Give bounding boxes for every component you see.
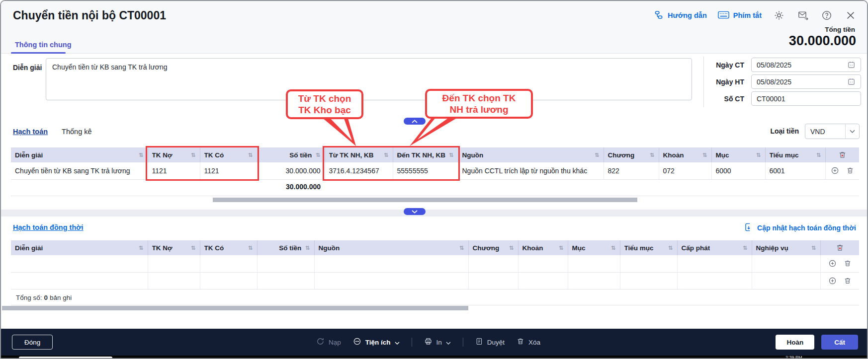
horizontal-scrollbar[interactable] (2, 306, 468, 310)
ngay-ct-input[interactable]: 05/08/2025 (751, 58, 861, 72)
cell-so-tien[interactable]: 30.000.000 (257, 162, 325, 179)
update-simultaneous-link[interactable]: Cập nhật hạch toán đồng thời (744, 222, 856, 233)
guide-icon (654, 10, 664, 21)
tab-thong-ke[interactable]: Thống kê (62, 128, 91, 136)
sort-icon[interactable]: ⇅ (559, 245, 563, 251)
sort-icon[interactable]: ⇅ (509, 245, 514, 251)
print-button[interactable]: In (424, 337, 450, 347)
sort-icon[interactable]: ⇅ (191, 152, 195, 158)
undo-button[interactable]: Hoàn (776, 335, 814, 350)
update-doc-icon (744, 222, 753, 233)
sort-icon[interactable]: ⇅ (449, 152, 453, 158)
cell-chuong[interactable]: 822 (604, 162, 659, 179)
printer-icon (424, 337, 432, 347)
sort-icon[interactable]: ⇅ (305, 245, 310, 251)
sort-icon[interactable]: ⇅ (668, 245, 673, 251)
calendar-icon[interactable] (847, 77, 856, 86)
expand-handle[interactable] (404, 208, 426, 215)
document-icon (475, 337, 483, 347)
shortcut-link[interactable]: Phím tắt (718, 11, 762, 20)
currency-dropdown[interactable]: VND (805, 124, 860, 139)
delete-row-icon[interactable] (844, 277, 852, 285)
tab-thong-tin-chung[interactable]: Thông tin chung (15, 41, 72, 49)
total-amount-label: Tổng tiền (825, 26, 855, 33)
cell-den-tk[interactable]: 55555555 (393, 162, 458, 179)
calendar-icon[interactable] (847, 61, 856, 69)
tab-hach-toan-dong-thoi[interactable]: Hạch toán đồng thời (13, 223, 84, 231)
delete-row-icon[interactable] (844, 259, 852, 268)
sort-icon[interactable]: ⇅ (702, 152, 707, 158)
table-header-row: Diễn giải⇅ TK Nợ⇅ TK Có⇅ Số tiền⇅ Nguồn⇅… (11, 240, 859, 255)
help-icon[interactable] (820, 9, 833, 22)
approve-button[interactable]: Duyệt (475, 337, 505, 347)
sort-icon[interactable]: ⇅ (139, 245, 143, 251)
feedback-mail-icon[interactable] (796, 9, 809, 22)
delete-all-icon[interactable] (838, 150, 847, 159)
add-row-icon[interactable] (831, 166, 839, 175)
ngay-ct-label: Ngày CT (704, 61, 744, 69)
description-label: Diễn giải (13, 64, 42, 72)
add-row-icon[interactable] (828, 277, 837, 285)
delete-all-icon[interactable] (836, 243, 844, 252)
sort-icon[interactable]: ⇅ (756, 152, 761, 158)
ngay-ht-input[interactable]: 05/08/2025 (751, 74, 861, 89)
table-row (11, 255, 859, 272)
hach-toan-table: Diễn giải⇅ TK Nợ⇅ TK Có⇅ Số tiền⇅ Từ TK … (11, 147, 859, 180)
close-icon[interactable] (844, 9, 857, 22)
sort-icon[interactable]: ⇅ (248, 152, 253, 158)
trash-icon (517, 337, 524, 347)
guide-link[interactable]: Hướng dẫn (654, 10, 707, 21)
utilities-icon (353, 337, 361, 347)
form-divider (703, 57, 704, 107)
so-ct-input[interactable]: CT00001 (751, 91, 861, 106)
refresh-icon (316, 337, 325, 347)
add-row-icon[interactable] (828, 259, 837, 268)
sort-icon[interactable]: ⇅ (316, 152, 320, 158)
section-separator (1, 210, 868, 216)
cell-tk-co[interactable]: 1121 (200, 162, 257, 179)
cell-nguon[interactable]: Nguồn CCTL trích lập từ nguồn thu khác (458, 162, 604, 179)
sort-icon[interactable]: ⇅ (743, 245, 747, 251)
settings-icon[interactable] (773, 9, 785, 22)
cell-dien-giai[interactable]: Chuyển tiền từ KB sang TK trả lương (11, 162, 148, 179)
currency-label: Loại tiền (767, 127, 799, 135)
toolbar-separator (463, 338, 463, 347)
delete-button[interactable]: Xóa (517, 337, 540, 347)
cell-tu-tk[interactable]: 3716.4.1234567 (325, 162, 393, 179)
sort-icon[interactable]: ⇅ (595, 152, 599, 158)
app-window: Chuyển tiền nội bộ CT00001 Hướng dẫn Phí… (0, 0, 868, 359)
sort-icon[interactable]: ⇅ (139, 152, 143, 158)
sort-icon[interactable]: ⇅ (816, 152, 821, 158)
callout-to-account: Đến TK chọn TKNH trả lương (425, 89, 533, 119)
sort-icon[interactable]: ⇅ (384, 152, 388, 158)
sort-icon[interactable]: ⇅ (650, 152, 654, 158)
sort-icon[interactable]: ⇅ (611, 245, 615, 251)
bottom-toolbar: Đóng Nạp Tiện ích (1, 329, 868, 356)
keyboard-icon (718, 11, 729, 20)
empty-cell[interactable] (11, 272, 148, 289)
save-button[interactable]: Cất (821, 335, 858, 350)
sort-icon[interactable]: ⇅ (248, 245, 253, 251)
utilities-button[interactable]: Tiện ích (353, 337, 400, 347)
description-input[interactable]: Chuyển tiền từ KB sang TK trả lương (46, 58, 692, 100)
cell-khoan[interactable]: 072 (659, 162, 711, 179)
chevron-down-icon[interactable] (845, 124, 859, 139)
empty-cell[interactable] (11, 255, 148, 272)
horizontal-scrollbar[interactable] (213, 198, 637, 202)
delete-row-icon[interactable] (846, 166, 854, 175)
callout-from-account: Từ TK chọnTK Kho bạc (286, 89, 363, 119)
cell-muc[interactable]: 6000 (711, 162, 765, 179)
collapse-handle[interactable] (404, 118, 426, 125)
close-button[interactable]: Đóng (12, 335, 53, 350)
sort-icon[interactable]: ⇅ (191, 245, 195, 251)
reload-button[interactable]: Nạp (316, 337, 341, 347)
tab-hach-toan[interactable]: Hạch toán (13, 128, 48, 136)
sort-icon[interactable]: ⇅ (459, 245, 464, 251)
toolbar-right: Hoàn Cất (776, 335, 858, 350)
cell-tieu-muc[interactable]: 6001 (765, 162, 825, 179)
toolbar-center: Nạp Tiện ích In (316, 329, 540, 356)
chevron-down-icon (394, 339, 399, 346)
sort-icon[interactable]: ⇅ (811, 245, 816, 251)
cell-tk-no[interactable]: 1121 (148, 162, 200, 179)
taskbar-strip: 2:39 PM (1, 356, 868, 359)
